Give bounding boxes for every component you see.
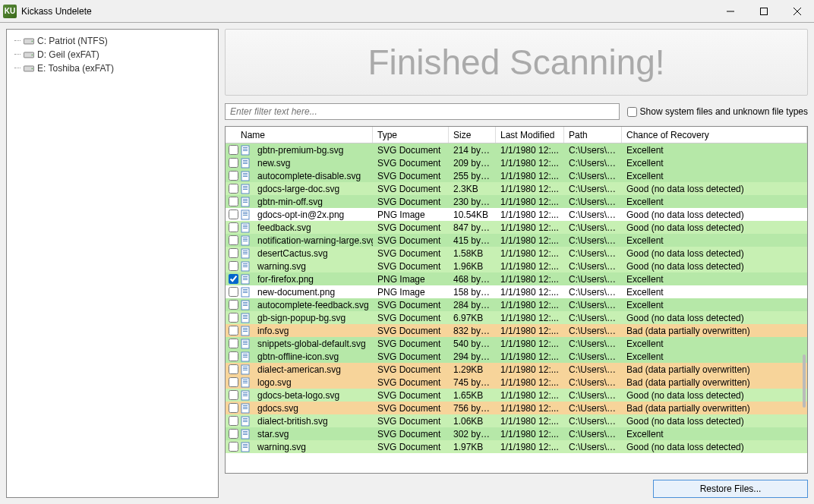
cell-modified: 1/1/1980 12:... xyxy=(496,287,564,298)
svg-rect-103 xyxy=(243,444,248,445)
restore-files-button[interactable]: Restore Files... xyxy=(653,480,808,498)
table-row[interactable]: gdocs-opt-in@2x.pngPNG Image10.54KB1/1/1… xyxy=(226,208,807,221)
table-row[interactable]: gdocs-beta-logo.svgSVG Document1.65KB1/1… xyxy=(226,389,807,402)
cell-name: warning.svg xyxy=(253,442,373,452)
row-checkbox[interactable] xyxy=(229,209,238,219)
table-row[interactable]: for-firefox.pngPNG Image468 bytes1/1/198… xyxy=(226,272,807,285)
cell-path: C:\Users\M... xyxy=(564,313,622,323)
row-checkbox[interactable] xyxy=(229,416,238,426)
table-row[interactable]: gbtn-min-off.svgSVG Document230 bytes1/1… xyxy=(226,195,807,208)
row-checkbox[interactable] xyxy=(229,351,238,361)
cell-name: gb-sign-popup-bg.svg xyxy=(253,313,373,323)
row-checkbox[interactable] xyxy=(229,339,238,348)
row-checkbox[interactable] xyxy=(229,377,238,387)
col-header-size[interactable]: Size xyxy=(449,127,496,143)
table-row[interactable]: gbtn-offline-icon.svgSVG Document294 byt… xyxy=(226,350,807,363)
cell-type: SVG Document xyxy=(373,171,449,181)
table-row[interactable]: dialect-british.svgSVG Document1.06KB1/1… xyxy=(226,414,807,427)
cell-path: C:\Users\M... xyxy=(564,351,622,362)
cell-type: SVG Document xyxy=(373,248,449,259)
close-button[interactable] xyxy=(781,0,814,23)
svg-rect-104 xyxy=(243,446,248,446)
minimize-button[interactable] xyxy=(714,0,747,23)
filter-input[interactable] xyxy=(225,103,620,120)
row-checkbox[interactable] xyxy=(229,287,238,297)
row-checkbox[interactable] xyxy=(229,403,238,413)
show-system-files-checkbox[interactable]: Show system files and unknown file types xyxy=(627,106,808,117)
svg-rect-51 xyxy=(243,276,248,277)
table-row[interactable]: new-document.pngPNG Image158 bytes1/1/19… xyxy=(226,285,807,298)
cell-recovery: Good (no data loss detected) xyxy=(622,261,807,272)
cell-modified: 1/1/1980 12:... xyxy=(496,197,564,207)
cell-type: SVG Document xyxy=(373,313,449,323)
col-header-modified[interactable]: Last Modified xyxy=(496,127,564,143)
drive-item[interactable]: C: Patriot (NTFS) xyxy=(10,34,215,48)
col-header-path[interactable]: Path xyxy=(564,127,622,143)
svg-rect-43 xyxy=(243,250,248,251)
table-row[interactable]: dialect-american.svgSVG Document1.29KB1/… xyxy=(226,363,807,376)
cell-type: SVG Document xyxy=(373,326,449,336)
row-checkbox[interactable] xyxy=(229,364,238,374)
row-checkbox[interactable] xyxy=(229,171,238,181)
svg-point-7 xyxy=(32,55,33,56)
svg-rect-33 xyxy=(243,215,248,216)
row-checkbox[interactable] xyxy=(229,429,238,439)
cell-type: SVG Document xyxy=(373,145,449,156)
table-row[interactable]: warning.svgSVG Document1.97KB1/1/1980 12… xyxy=(226,440,807,453)
svg-rect-79 xyxy=(243,367,248,367)
row-checkbox[interactable] xyxy=(229,274,238,284)
cell-size: 1.97KB xyxy=(449,442,496,452)
table-row[interactable]: warning.svgSVG Document1.96KB1/1/1980 12… xyxy=(226,260,807,272)
row-checkbox[interactable] xyxy=(229,300,238,310)
table-row[interactable]: info.svgSVG Document832 bytes1/1/1980 12… xyxy=(226,324,807,337)
svg-rect-60 xyxy=(243,304,248,304)
col-header-recovery[interactable]: Chance of Recovery xyxy=(622,127,807,143)
cell-modified: 1/1/1980 12:... xyxy=(496,364,564,375)
cell-path: C:\Users\M... xyxy=(564,222,622,233)
table-row[interactable]: autocomplete-disable.svgSVG Document255 … xyxy=(226,169,807,182)
col-header-type[interactable]: Type xyxy=(373,127,449,143)
row-checkbox[interactable] xyxy=(229,326,238,335)
scrollbar-thumb[interactable] xyxy=(803,354,806,408)
table-row[interactable]: gb-sign-popup-bg.svgSVG Document6.97KB1/… xyxy=(226,311,807,324)
drive-item[interactable]: D: Geil (exFAT) xyxy=(10,48,215,61)
drive-item[interactable]: E: Toshiba (exFAT) xyxy=(10,61,215,75)
maximize-button[interactable] xyxy=(747,0,781,23)
row-checkbox[interactable] xyxy=(229,313,238,323)
row-checkbox[interactable] xyxy=(229,390,238,400)
table-row[interactable]: gbtn-premium-bg.svgSVG Document214 bytes… xyxy=(226,143,807,156)
row-checkbox[interactable] xyxy=(229,261,238,271)
svg-rect-27 xyxy=(243,199,248,200)
table-row[interactable]: feedback.svgSVG Document847 bytes1/1/198… xyxy=(226,221,807,234)
svg-rect-56 xyxy=(243,291,248,291)
table-row[interactable]: gdocs.svgSVG Document756 bytes1/1/1980 1… xyxy=(226,402,807,414)
table-row[interactable]: autocomplete-feedback.svgSVG Document284… xyxy=(226,298,807,311)
row-checkbox[interactable] xyxy=(229,235,238,245)
row-checkbox[interactable] xyxy=(229,222,238,232)
show-system-files-check[interactable] xyxy=(627,107,637,117)
svg-rect-57 xyxy=(243,292,248,293)
table-row[interactable]: logo.svgSVG Document745 bytes1/1/1980 12… xyxy=(226,376,807,389)
table-row[interactable]: desertCactus.svgSVG Document1.58KB1/1/19… xyxy=(226,247,807,260)
svg-rect-41 xyxy=(243,241,248,241)
table-row[interactable]: notification-warning-large.svgSVG Docume… xyxy=(226,234,807,247)
row-checkbox[interactable] xyxy=(229,184,238,194)
cell-recovery: Bad (data partially overwritten) xyxy=(622,403,807,414)
row-checkbox[interactable] xyxy=(229,248,238,258)
col-header-name[interactable]: Name xyxy=(236,127,373,143)
cell-modified: 1/1/1980 12:... xyxy=(496,158,564,169)
cell-modified: 1/1/1980 12:... xyxy=(496,403,564,414)
row-checkbox[interactable] xyxy=(229,145,238,155)
row-checkbox[interactable] xyxy=(229,442,238,452)
cell-size: 745 bytes xyxy=(449,377,496,388)
table-row[interactable]: new.svgSVG Document209 bytes1/1/1980 12:… xyxy=(226,156,807,169)
svg-rect-81 xyxy=(243,370,248,370)
table-row[interactable]: star.svgSVG Document302 bytes1/1/1980 12… xyxy=(226,427,807,440)
row-checkbox[interactable] xyxy=(229,158,238,168)
table-row[interactable]: snippets-global-default.svgSVG Document5… xyxy=(226,337,807,350)
cell-recovery: Excellent xyxy=(622,287,807,298)
table-row[interactable]: gdocs-large-doc.svgSVG Document2.3KB1/1/… xyxy=(226,182,807,195)
grid-header[interactable]: Name Type Size Last Modified Path Chance… xyxy=(226,127,807,143)
row-checkbox[interactable] xyxy=(229,197,238,206)
cell-name: new.svg xyxy=(253,158,373,169)
